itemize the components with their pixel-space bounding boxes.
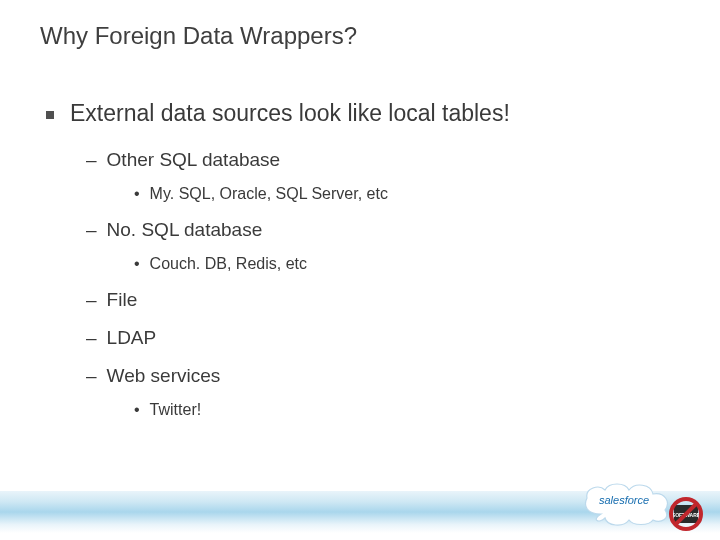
slide-content: External data sources look like local ta… (46, 100, 676, 433)
dash-bullet-icon: – (86, 219, 97, 241)
dash-bullet-icon: – (86, 289, 97, 311)
dot-bullet-icon: • (134, 185, 140, 203)
slide-title: Why Foreign Data Wrappers? (40, 22, 357, 50)
salesforce-logo: salesforce SOFTWARE (577, 474, 702, 530)
logo-text: salesforce (599, 494, 649, 506)
no-software-icon: SOFTWARE (668, 496, 704, 532)
logo-text-sales: sales (599, 494, 625, 506)
bullet-level2: – Web services (86, 365, 676, 387)
bullet-level2: – Other SQL database (86, 149, 676, 171)
bullet-text: Couch. DB, Redis, etc (150, 255, 307, 273)
bullet-level2: – No. SQL database (86, 219, 676, 241)
dash-bullet-icon: – (86, 365, 97, 387)
bullet-text: Twitter! (150, 401, 202, 419)
bullet-text: File (107, 289, 138, 311)
bullet-level1: External data sources look like local ta… (46, 100, 676, 127)
bullet-text: External data sources look like local ta… (70, 100, 510, 127)
dash-bullet-icon: – (86, 149, 97, 171)
bullet-level3: • Couch. DB, Redis, etc (134, 255, 676, 273)
bullet-text: Web services (107, 365, 221, 387)
dot-bullet-icon: • (134, 255, 140, 273)
square-bullet-icon (46, 111, 54, 119)
bullet-level2: – LDAP (86, 327, 676, 349)
logo-text-force: force (625, 494, 649, 506)
bullet-text: Other SQL database (107, 149, 281, 171)
bullet-level3: • My. SQL, Oracle, SQL Server, etc (134, 185, 676, 203)
bullet-text: My. SQL, Oracle, SQL Server, etc (150, 185, 388, 203)
bullet-text: No. SQL database (107, 219, 263, 241)
dot-bullet-icon: • (134, 401, 140, 419)
bullet-text: LDAP (107, 327, 157, 349)
bullet-level3: • Twitter! (134, 401, 676, 419)
bullet-level2: – File (86, 289, 676, 311)
dash-bullet-icon: – (86, 327, 97, 349)
slide: Why Foreign Data Wrappers? External data… (0, 0, 720, 540)
